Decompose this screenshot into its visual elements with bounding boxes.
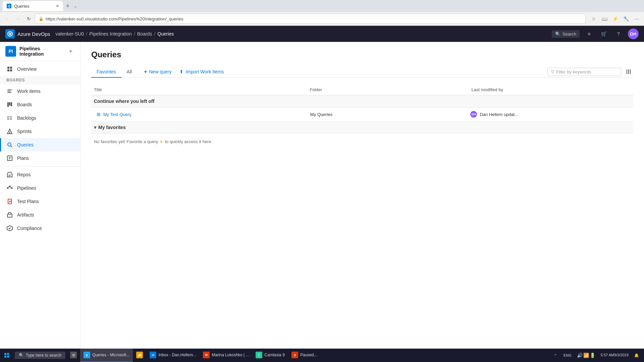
svg-rect-7 (7, 92, 11, 93)
svg-rect-3 (7, 69, 9, 71)
tab-close-button[interactable]: ✕ (56, 4, 59, 8)
sidebar-item-boards[interactable]: Boards (0, 98, 80, 111)
paused-button[interactable]: ⏸ Paused... (288, 349, 321, 362)
table-row[interactable]: ⊞ My Test Query My Queries DH Dan Hellem… (91, 108, 633, 121)
sidebar-item-pipelines[interactable]: Pipelines (0, 181, 80, 195)
sidebar-item-artifacts[interactable]: Artifacts (0, 208, 80, 222)
plans-icon (6, 155, 13, 162)
sidebar-nav: Overview Boards Work items (0, 61, 80, 347)
tabs-bar: Favorites All + New query ⬆ Import Work … (91, 66, 633, 78)
help-button[interactable]: ? (613, 28, 624, 39)
my-favorites-section-header[interactable]: My favorites (91, 121, 633, 134)
sidebar-project-header: PI Pipelines Integration + (0, 42, 80, 61)
filter-input[interactable]: ▽ Filter by keywords (547, 68, 621, 76)
extensions-button[interactable]: 🔧 (621, 14, 631, 23)
filter-area: ▽ Filter by keywords (547, 67, 633, 76)
start-button[interactable] (0, 349, 13, 362)
import-icon: ⬆ (179, 69, 183, 74)
edit-columns-button[interactable] (624, 67, 633, 76)
paused-icon: ⏸ (291, 352, 298, 358)
refresh-button[interactable]: ↻ (24, 14, 34, 23)
project-name: Pipelines Integration (19, 46, 63, 57)
sidebar-item-sprints[interactable]: Sprints (0, 125, 80, 138)
sidebar-item-label-work-items: Work items (17, 88, 41, 94)
svg-rect-14 (9, 119, 12, 119)
sidebar-item-queries[interactable]: Queries (0, 138, 80, 152)
tab-all[interactable]: All (121, 66, 138, 78)
taskbar: 🔍 Type here to search ⊞ e Queries - Micr… (0, 349, 644, 362)
svg-rect-38 (7, 353, 9, 355)
queries-ms-button[interactable]: e Queries - Microsoft... (80, 349, 133, 362)
hub-button[interactable]: ⚡ (610, 14, 620, 23)
marina-button[interactable]: M Marina Lukoshko | ... (200, 349, 252, 362)
svg-rect-39 (4, 356, 6, 358)
breadcrumb-org[interactable]: valenker-SU0 (56, 31, 84, 37)
new-query-button[interactable]: + New query (143, 66, 173, 77)
file-explorer-button[interactable]: 📁 (133, 349, 146, 362)
svg-line-28 (8, 187, 9, 188)
modified-user-avatar: DH (470, 111, 477, 118)
marina-icon: M (203, 352, 210, 358)
camtasia-icon: C (256, 352, 262, 358)
sidebar-item-work-items[interactable]: Work items (0, 84, 80, 98)
forward-button[interactable]: → (13, 14, 23, 23)
query-grid-icon: ⊞ (97, 112, 101, 117)
project-initials: PI (8, 49, 13, 54)
tab-favorites[interactable]: Favorites (91, 66, 121, 78)
svg-point-17 (8, 143, 11, 146)
notification-center-button[interactable]: 🔔 (632, 351, 641, 360)
add-project-button[interactable]: + (67, 47, 75, 55)
search-bar[interactable]: 🔍 Search (552, 30, 580, 38)
filter-icon: ▽ (551, 69, 554, 74)
readonly-view-button[interactable]: 📖 (600, 14, 609, 23)
import-work-items-button[interactable]: ⬆ Import Work Items (178, 66, 225, 77)
sidebar-item-label-boards: Boards (17, 102, 32, 107)
col-folder-header: Folder (310, 87, 471, 92)
taskbar-clock[interactable]: 5:57 AM 9/3/2019 (599, 353, 631, 358)
star-icon: ★ (159, 139, 163, 144)
new-tab-button[interactable]: + (63, 1, 72, 11)
sidebar-item-test-plans[interactable]: Test Plans (0, 195, 80, 208)
camtasia-button[interactable]: C Camtasia 9 (252, 349, 288, 362)
sidebar-item-label-sprints: Sprints (17, 129, 32, 134)
taskbar-language: ENG (561, 353, 574, 357)
svg-rect-1 (7, 67, 9, 69)
breadcrumb-project[interactable]: Pipelines Integration (89, 31, 132, 37)
columns-icon (626, 69, 632, 75)
sidebar-item-repos[interactable]: Repos (0, 166, 80, 181)
user-avatar[interactable]: DH (628, 28, 639, 39)
back-button[interactable]: ← (3, 14, 12, 23)
taskbar-search[interactable]: 🔍 Type here to search (15, 352, 65, 359)
sidebar-item-boards-group[interactable]: Boards (0, 76, 80, 84)
query-title-text[interactable]: My Test Query (103, 112, 131, 117)
browser-chrome: Q Queries ✕ + ⌄ ← → ↻ 🔒 https://valenker… (0, 0, 644, 26)
my-favorites-collapsible[interactable]: My favorites (94, 125, 631, 130)
breadcrumb-boards[interactable]: Boards (137, 31, 152, 37)
no-favorites-message: No favorites yet! Favorite a query ★ to … (91, 134, 633, 149)
sidebar-item-backlogs[interactable]: Backlogs (0, 111, 80, 125)
notification-button[interactable]: ≡ (584, 28, 594, 39)
work-items-icon (6, 88, 13, 95)
modified-by-text: Dan Hellem updat... (480, 112, 518, 117)
sidebar-item-compliance[interactable]: Compliance (0, 222, 80, 235)
star-button[interactable]: ☆ (589, 14, 598, 23)
show-hidden-icons-button[interactable]: ^ (551, 351, 560, 360)
no-favorites-suffix: to quickly access it here. (165, 139, 212, 144)
svg-point-11 (7, 116, 9, 118)
no-favorites-text: No favorites yet! Favorite a query (94, 139, 158, 144)
address-bar[interactable]: 🔒 https://valenker-su0.visualstudio.com/… (35, 14, 586, 24)
lock-icon: 🔒 (39, 16, 44, 21)
more-button[interactable]: ··· (632, 14, 641, 23)
browser-tab[interactable]: Q Queries ✕ (3, 1, 63, 11)
sidebar-item-plans[interactable]: Plans (0, 152, 80, 165)
inbox-button[interactable]: ✉ Inbox - Dan.Hellem... (146, 349, 200, 362)
overview-icon (6, 66, 13, 72)
browser-controls-row: ← → ↻ 🔒 https://valenker-su0.visualstudi… (0, 12, 644, 25)
basket-button[interactable]: 🛒 (598, 28, 609, 39)
breadcrumb-queries[interactable]: Queries (157, 31, 174, 37)
queries-ms-label: Queries - Microsoft... (92, 353, 129, 357)
app-logo[interactable]: Azure DevOps (5, 29, 50, 39)
sidebar-item-overview[interactable]: Overview (0, 62, 80, 76)
queries-icon (6, 141, 13, 148)
task-view-button[interactable]: ⊞ (67, 349, 80, 362)
